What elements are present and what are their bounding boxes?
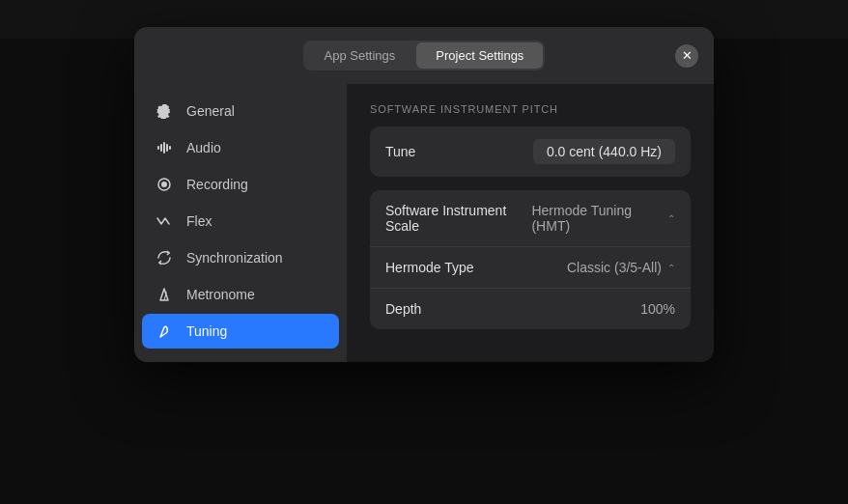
scale-chevron-icon: ⌃ [667,213,675,224]
sidebar-item-audio[interactable]: Audio [142,130,339,165]
close-button[interactable]: ✕ [675,44,698,68]
scale-row[interactable]: Software Instrument Scale Hermode Tuning… [370,190,691,247]
sidebar-item-flex[interactable]: Flex [142,204,339,238]
app-background: App Settings Project Settings ✕ [0,0,848,504]
tune-label: Tune [385,144,415,159]
sidebar-item-general[interactable]: General [142,94,339,128]
flex-icon [155,212,173,230]
gear-icon [155,102,173,120]
svg-rect-3 [166,144,168,152]
tune-row: Tune 0.0 cent (440.0 Hz) [370,126,691,177]
hermode-type-label: Hermode Type [385,260,474,275]
depth-label: Depth [385,301,421,317]
hermode-type-value: Classic (3/5-All) ⌃ [567,260,675,275]
sidebar-item-metronome[interactable]: Metronome [142,277,339,312]
depth-value: 100% [640,301,675,317]
sidebar-label-metronome: Metronome [186,287,255,302]
svg-rect-1 [160,144,162,152]
section-title: SOFTWARE INSTRUMENT PITCH [370,103,691,115]
scale-card: Software Instrument Scale Hermode Tuning… [370,190,691,329]
modal-overlay: App Settings Project Settings ✕ [0,0,848,504]
tab-group: App Settings Project Settings [303,41,546,70]
tab-project-settings[interactable]: Project Settings [416,42,543,69]
svg-point-6 [161,182,167,187]
tune-value[interactable]: 0.0 cent (440.0 Hz) [533,139,675,164]
depth-row: Depth 100% [370,289,691,329]
modal-body: General Audio [134,84,714,362]
sidebar-label-tuning: Tuning [186,323,227,339]
sidebar-item-tuning[interactable]: Tuning [142,314,339,349]
sidebar-label-recording: Recording [186,177,248,192]
sidebar-label-general: General [186,103,235,119]
audio-icon [155,139,173,156]
sidebar: General Audio [134,84,347,362]
sidebar-label-synchronization: Synchronization [186,250,283,266]
sidebar-label-audio: Audio [186,140,221,155]
svg-rect-2 [163,142,165,154]
svg-rect-4 [169,146,171,150]
modal: App Settings Project Settings ✕ [134,27,714,362]
sync-icon [155,249,173,266]
scale-label: Software Instrument Scale [385,203,531,234]
modal-header: App Settings Project Settings ✕ [134,27,714,84]
scale-value: Hermode Tuning (HMT) ⌃ [531,203,675,234]
svg-rect-0 [157,146,159,150]
sidebar-item-synchronization[interactable]: Synchronization [142,240,339,275]
tuning-icon [155,322,173,340]
metronome-icon [155,286,173,303]
sidebar-item-recording[interactable]: Recording [142,167,339,202]
content-area: SOFTWARE INSTRUMENT PITCH Tune 0.0 cent … [347,84,714,362]
hermode-chevron-icon: ⌃ [667,263,675,273]
hermode-type-row[interactable]: Hermode Type Classic (3/5-All) ⌃ [370,247,691,289]
record-icon [155,176,173,193]
tune-card: Tune 0.0 cent (440.0 Hz) [370,126,691,177]
sidebar-label-flex: Flex [186,213,212,229]
tab-app-settings[interactable]: App Settings [305,42,415,69]
